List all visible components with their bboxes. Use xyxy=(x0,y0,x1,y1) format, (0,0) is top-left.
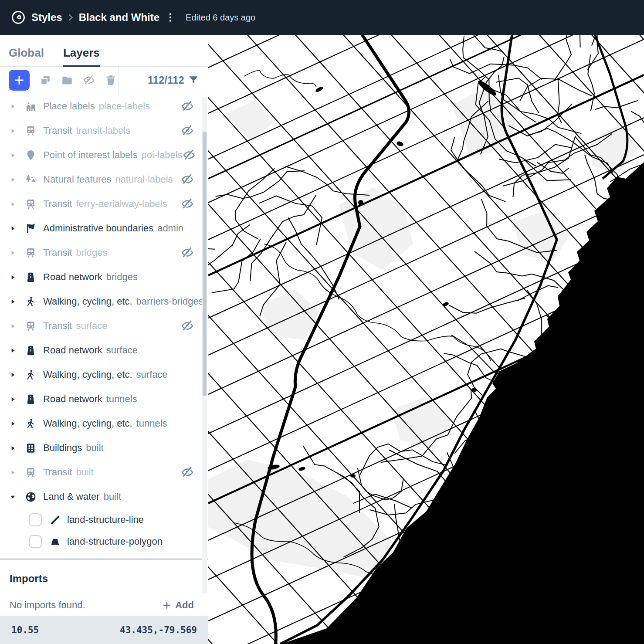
eye-off-icon[interactable] xyxy=(181,124,194,137)
layer-name[interactable]: Administrative boundaries xyxy=(43,223,153,234)
caret-right-icon[interactable] xyxy=(10,274,16,281)
poi-icon xyxy=(25,149,37,161)
caret-right-icon[interactable] xyxy=(10,103,16,110)
sidebar-scrollbar-track[interactable] xyxy=(202,97,207,593)
layer-count: 112/112 xyxy=(148,75,184,86)
caret-right-icon[interactable] xyxy=(10,469,16,476)
layer-row-ferry-aerialway-labels[interactable]: Transit ferry-aerialway-labels xyxy=(0,192,208,216)
caret-right-icon[interactable] xyxy=(10,323,16,329)
caret-right-icon[interactable] xyxy=(10,445,16,451)
layer-name[interactable]: Transit xyxy=(43,198,72,210)
layer-row-transit-surface[interactable]: Transit surface xyxy=(0,314,208,338)
layer-row-land-water[interactable]: Land & water built xyxy=(0,485,208,509)
layer-row-road-surface[interactable]: Road network surface xyxy=(0,338,208,363)
tab-global[interactable]: Global xyxy=(9,46,44,66)
caret-right-icon[interactable] xyxy=(10,176,16,183)
layer-name[interactable]: Natural features xyxy=(43,174,112,185)
caret-right-icon[interactable] xyxy=(10,298,16,305)
road-icon xyxy=(25,393,37,405)
layer-sublabel: place-labels xyxy=(99,101,150,112)
layer-row-place-labels[interactable]: Place labels place-labels xyxy=(0,94,208,119)
layer-row-poi-labels[interactable]: Point of interest labels poi-labels xyxy=(0,143,208,167)
kebab-menu-icon[interactable] xyxy=(165,12,176,23)
layer-row-transit-bridges[interactable]: Transit bridges xyxy=(0,241,208,265)
group-layers-folder-icon[interactable] xyxy=(61,74,73,86)
layer-row-walking-tunnels[interactable]: Walking, cycling, etc. tunnels xyxy=(0,411,208,436)
breadcrumb-styles[interactable]: Styles xyxy=(31,11,62,24)
layer-name[interactable]: Transit xyxy=(43,125,72,136)
layer-name[interactable]: Road network xyxy=(43,345,102,356)
layer-name[interactable]: Land & water xyxy=(43,491,100,502)
walking-icon xyxy=(25,369,37,381)
sublayer-checkbox[interactable] xyxy=(29,513,42,526)
layer-sublabel: surface xyxy=(106,345,138,356)
layer-row-transit-labels[interactable]: Transit transit-labels xyxy=(0,119,208,143)
layer-sublabel: built xyxy=(76,467,93,478)
layer-name[interactable]: Transit xyxy=(43,247,72,258)
sublayer-checkbox[interactable] xyxy=(29,535,42,548)
caret-right-icon[interactable] xyxy=(10,347,16,354)
layer-sublabel: barriers-bridges xyxy=(136,296,203,307)
layer-sublabel: built xyxy=(104,491,121,502)
polygon-icon xyxy=(50,536,61,547)
eye-off-icon[interactable] xyxy=(181,100,194,113)
layer-name[interactable]: Transit xyxy=(43,467,72,478)
duplicate-layer-icon[interactable] xyxy=(39,74,51,86)
layer-row-natural-labels[interactable]: Natural features natural-labels xyxy=(0,167,208,192)
sublayer-name[interactable]: land-structure-polygon xyxy=(67,536,163,547)
layer-name[interactable]: Place labels xyxy=(43,101,95,112)
layer-name[interactable]: Walking, cycling, etc. xyxy=(43,296,132,307)
layer-name[interactable]: Point of interest labels xyxy=(43,149,137,161)
layers-sidebar: Global Layers 112/112 Place labels place… xyxy=(0,35,208,644)
transit-icon xyxy=(25,247,37,259)
layer-name[interactable]: Road network xyxy=(43,393,102,405)
caret-right-icon[interactable] xyxy=(10,128,16,134)
layer-row-walking-barriers-bridges[interactable]: Walking, cycling, etc. barriers-bridges xyxy=(0,289,208,314)
eye-off-icon[interactable] xyxy=(181,197,194,210)
layer-sublabel: built xyxy=(86,442,103,454)
layer-sublabel: admin xyxy=(157,223,183,234)
tab-layers[interactable]: Layers xyxy=(63,46,100,66)
caret-right-icon[interactable] xyxy=(10,372,16,378)
hide-layer-eye-off-icon[interactable] xyxy=(83,74,95,86)
transit-icon xyxy=(25,198,37,210)
layer-row-walking-surface[interactable]: Walking, cycling, etc. surface xyxy=(0,363,208,387)
delete-layer-trash-icon[interactable] xyxy=(105,74,117,86)
layer-name[interactable]: Walking, cycling, etc. xyxy=(43,369,132,380)
eye-off-icon[interactable] xyxy=(181,173,194,186)
mapbox-logo-icon[interactable] xyxy=(11,10,25,24)
eye-off-icon[interactable] xyxy=(183,149,196,162)
sublayer-name[interactable]: land-structure-line xyxy=(67,514,144,525)
walking-icon xyxy=(25,296,37,308)
add-layer-button[interactable] xyxy=(9,70,30,91)
layer-row-transit-built[interactable]: Transit built xyxy=(0,460,208,485)
layer-sublabel: surface xyxy=(136,369,168,380)
layer-row-road-tunnels[interactable]: Road network tunnels xyxy=(0,387,208,411)
layer-name[interactable]: Buildings xyxy=(43,442,82,454)
layer-name[interactable]: Road network xyxy=(43,271,102,283)
eye-off-icon[interactable] xyxy=(181,319,194,332)
eye-off-icon[interactable] xyxy=(181,246,194,259)
layer-row-admin[interactable]: Administrative boundaries admin xyxy=(0,216,208,241)
caret-right-icon[interactable] xyxy=(10,250,16,256)
sublayer-row-land-structure-polygon[interactable]: land-structure-polygon xyxy=(0,531,208,552)
add-import-button[interactable]: Add xyxy=(162,600,198,611)
layer-list: Place labels place-labels Transit transi… xyxy=(0,94,208,559)
caret-right-icon[interactable] xyxy=(10,225,16,232)
map-canvas[interactable] xyxy=(208,35,644,644)
caret-right-icon[interactable] xyxy=(10,152,16,159)
eye-off-icon[interactable] xyxy=(181,466,194,479)
layer-name[interactable]: Transit xyxy=(43,320,72,332)
buildings-icon xyxy=(25,442,37,454)
caret-down-icon[interactable] xyxy=(10,494,16,500)
caret-right-icon[interactable] xyxy=(10,201,16,207)
filter-icon[interactable] xyxy=(188,75,199,86)
caret-right-icon[interactable] xyxy=(10,396,16,403)
caret-right-icon[interactable] xyxy=(10,420,16,427)
layer-sublabel: bridges xyxy=(106,271,138,283)
layer-row-buildings[interactable]: Buildings built xyxy=(0,436,208,460)
sublayer-row-land-structure-line[interactable]: land-structure-line xyxy=(0,509,208,531)
layer-name[interactable]: Walking, cycling, etc. xyxy=(43,418,132,429)
sidebar-scrollbar-thumb[interactable] xyxy=(203,132,207,396)
layer-row-road-bridges[interactable]: Road network bridges xyxy=(0,265,208,289)
